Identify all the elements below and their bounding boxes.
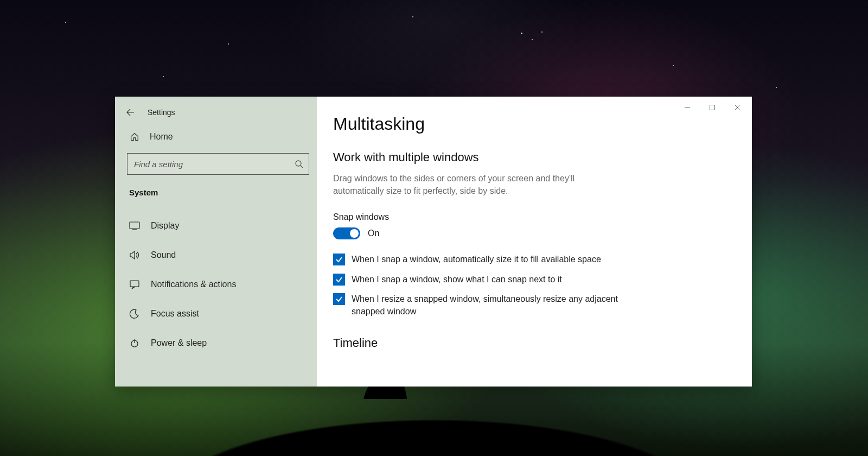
maximize-button[interactable] bbox=[700, 99, 725, 116]
checkbox-icon bbox=[333, 274, 345, 286]
sidebar-item-notifications[interactable]: Notifications & actions bbox=[115, 270, 317, 299]
checkbox-auto-size[interactable]: When I snap a window, automatically size… bbox=[333, 254, 637, 265]
snap-windows-toggle[interactable] bbox=[333, 227, 360, 239]
checkbox-label: When I resize a snapped window, simultan… bbox=[352, 293, 637, 318]
star-icon bbox=[541, 31, 542, 33]
star-icon bbox=[673, 65, 674, 66]
display-icon bbox=[129, 220, 140, 231]
sidebar-item-display[interactable]: Display bbox=[115, 211, 317, 240]
settings-window: Settings Home System bbox=[115, 97, 752, 387]
close-button[interactable] bbox=[725, 99, 750, 116]
power-icon bbox=[129, 338, 140, 349]
page-title: Multitasking bbox=[333, 114, 752, 134]
svg-rect-2 bbox=[130, 222, 139, 229]
sidebar: Settings Home System bbox=[115, 97, 317, 387]
app-title: Settings bbox=[148, 108, 175, 117]
toggle-label: Snap windows bbox=[333, 212, 752, 222]
search-icon bbox=[295, 160, 303, 168]
sidebar-item-power-sleep[interactable]: Power & sleep bbox=[115, 328, 317, 358]
sidebar-item-label: Notifications & actions bbox=[151, 280, 236, 289]
toggle-state: On bbox=[368, 229, 379, 238]
checkbox-icon bbox=[333, 254, 345, 265]
checkbox-group: When I snap a window, automatically size… bbox=[333, 254, 637, 318]
star-icon bbox=[521, 33, 522, 34]
sidebar-item-label: Home bbox=[150, 132, 173, 142]
sidebar-nav: Display Sound Notifications & actions bbox=[115, 201, 317, 358]
sidebar-item-label: Power & sleep bbox=[151, 338, 207, 348]
sidebar-item-sound[interactable]: Sound bbox=[115, 240, 317, 270]
search-field[interactable] bbox=[134, 160, 295, 169]
desktop-wallpaper: Settings Home System bbox=[0, 0, 868, 456]
home-icon bbox=[129, 131, 140, 142]
star-icon bbox=[228, 43, 229, 45]
minimize-button[interactable] bbox=[675, 99, 700, 116]
notifications-icon bbox=[129, 279, 140, 290]
svg-rect-4 bbox=[130, 281, 139, 287]
sidebar-category: System bbox=[115, 177, 317, 201]
moon-icon bbox=[129, 308, 140, 319]
toggle-knob bbox=[350, 229, 359, 238]
sidebar-item-label: Focus assist bbox=[151, 309, 199, 319]
section-description: Drag windows to the sides or corners of … bbox=[333, 172, 626, 197]
star-icon bbox=[412, 16, 413, 17]
checkbox-label: When I snap a window, automatically size… bbox=[352, 254, 601, 265]
section-heading-timeline: Timeline bbox=[333, 336, 752, 350]
sidebar-item-label: Display bbox=[151, 221, 179, 231]
sidebar-item-home[interactable]: Home bbox=[115, 124, 317, 150]
star-icon bbox=[776, 87, 777, 88]
svg-point-0 bbox=[296, 161, 301, 166]
back-button[interactable] bbox=[125, 107, 136, 118]
star-icon bbox=[163, 76, 164, 77]
section-heading: Work with multiple windows bbox=[333, 150, 752, 164]
svg-line-1 bbox=[301, 166, 303, 168]
checkbox-label: When I snap a window, show what I can sn… bbox=[352, 274, 562, 286]
star-icon bbox=[532, 39, 533, 40]
search-input[interactable] bbox=[127, 153, 309, 175]
checkbox-resize-adjacent[interactable]: When I resize a snapped window, simultan… bbox=[333, 293, 637, 318]
window-controls bbox=[675, 99, 750, 116]
titlebar: Settings bbox=[115, 101, 317, 124]
checkbox-icon bbox=[333, 293, 345, 305]
content-pane: Multitasking Work with multiple windows … bbox=[317, 97, 752, 387]
sound-icon bbox=[129, 250, 140, 261]
checkbox-show-next[interactable]: When I snap a window, show what I can sn… bbox=[333, 274, 637, 286]
sidebar-item-label: Sound bbox=[151, 250, 176, 260]
star-icon bbox=[65, 22, 66, 23]
sidebar-item-focus-assist[interactable]: Focus assist bbox=[115, 299, 317, 328]
svg-rect-8 bbox=[710, 105, 715, 110]
